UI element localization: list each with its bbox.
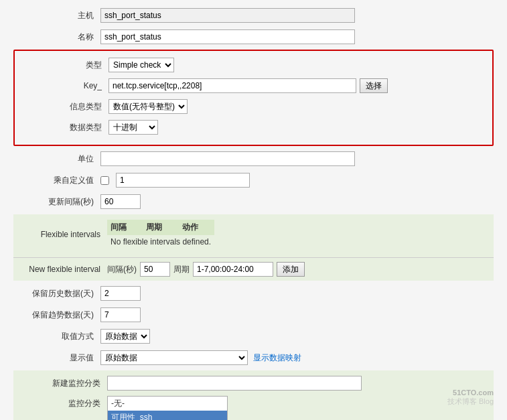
retrieve-row: 取值方式 原始数据 增量 变化率 [13,328,494,345]
highlighted-section: 类型 Simple check Zabbix agent SNMP Key_ 选… [13,50,494,146]
flexible-intervals-label: Flexible intervals [20,230,107,239]
monitor-item-ssh[interactable]: 可用性_ssh [108,411,227,420]
flex-no-data-row: No flexible intervals defined. [107,235,214,249]
display-label: 显示值 [13,352,100,364]
retrieve-label: 取值方式 [13,331,100,342]
key-field: 选择 [108,78,486,93]
retrieve-field: 原始数据 增量 变化率 [100,329,494,344]
monitor-class-label: 监控分类 [20,396,107,409]
monitor-class-row: 监控分类 -无- 可用性_ssh [20,396,487,420]
multiplier-row: 乘自定义值 [13,171,494,189]
data-type-label: 数据类型 [21,122,108,133]
key-select-button[interactable]: 选择 [360,78,388,93]
new-monitor-row: 新建监控分类 [20,374,487,392]
new-flex-controls: 间隔(秒) 周期 添加 [107,262,305,277]
data-type-field: 十进制 八进制 十六进制 [108,120,486,135]
new-flex-interval-input[interactable] [140,262,170,277]
new-flexible-label: New flexible interval [20,265,107,274]
watermark: 51CTO.com 技术博客 Blog [447,389,494,407]
multiplier-field [100,173,494,188]
multiplier-checkbox[interactable] [100,176,109,185]
new-flex-interval-label: 间隔(秒) [107,264,137,275]
info-type-label: 信息类型 [21,101,108,113]
interval-input[interactable] [100,194,141,209]
display-row: 显示值 原始数据 显示数据映射 [13,349,494,366]
host-row: 主机 [13,7,494,24]
unit-label: 单位 [13,153,100,165]
history-input[interactable] [100,286,141,301]
new-flex-period-input[interactable] [193,262,273,277]
flex-col-action: 动作 [179,220,214,235]
flexible-section: Flexible intervals 间隔 周期 动作 No flexible [13,214,494,257]
new-monitor-label: 新建监控分类 [20,378,107,389]
new-monitor-field [107,376,487,391]
host-field [100,8,494,23]
display-field: 原始数据 显示数据映射 [100,350,494,365]
name-row: 名称 [13,28,494,46]
flex-col-interval: 间隔 [107,220,143,235]
monitor-class-field: -无- 可用性_ssh [107,396,487,420]
watermark-line1: 51CTO.com [447,389,494,397]
info-type-select[interactable]: 数值(无符号整型) 字符 浮点数 [108,99,188,114]
unit-input[interactable] [100,151,355,166]
retrieve-select[interactable]: 原始数据 增量 变化率 [100,329,150,344]
info-type-field: 数值(无符号整型) 字符 浮点数 [108,99,486,114]
trend-label: 保留趋势数据(天) [13,309,100,321]
flex-no-data-text: No flexible intervals defined. [107,235,214,249]
display-mapping-link[interactable]: 显示数据映射 [253,352,301,364]
key-label: Key_ [21,81,108,90]
flexible-table-container: 间隔 周期 动作 No flexible intervals defined. [107,220,214,249]
new-flexible-row: New flexible interval 间隔(秒) 周期 添加 [13,257,494,281]
info-type-row: 信息类型 数值(无符号整型) 字符 浮点数 [21,98,486,115]
trend-field [100,307,494,322]
flexible-header: Flexible intervals 间隔 周期 动作 No flexible [20,220,487,249]
multiplier-label: 乘自定义值 [13,175,100,186]
new-monitor-input[interactable] [107,376,362,391]
flex-col-period: 周期 [143,220,178,235]
trend-input[interactable] [100,307,141,322]
data-type-select[interactable]: 十进制 八进制 十六进制 [108,120,158,135]
host-input[interactable] [100,8,355,23]
type-row: 类型 Simple check Zabbix agent SNMP [21,56,486,74]
trend-row: 保留趋势数据(天) [13,306,494,324]
name-input[interactable] [100,29,355,44]
interval-label: 更新间隔(秒) [13,196,100,208]
name-label: 名称 [13,31,100,43]
interval-field [100,194,494,209]
host-label: 主机 [13,10,100,21]
new-flex-period-label: 周期 [173,264,190,275]
watermark-line2: 技术博客 Blog [447,397,494,407]
interval-row: 更新间隔(秒) [13,193,494,210]
type-select[interactable]: Simple check Zabbix agent SNMP [108,58,174,72]
type-label: 类型 [21,60,108,71]
multiplier-input[interactable] [116,173,250,188]
monitor-item-none[interactable]: -无- [108,397,227,411]
history-field [100,286,494,301]
name-field [100,29,494,44]
monitor-listbox[interactable]: -无- 可用性_ssh [107,396,228,420]
key-input[interactable] [108,78,356,93]
unit-row: 单位 [13,150,494,167]
unit-field [100,151,494,166]
data-type-row: 数据类型 十进制 八进制 十六进制 [21,119,486,136]
display-select[interactable]: 原始数据 [100,350,248,365]
monitoring-section: 新建监控分类 监控分类 -无- 可用性_ssh [13,370,494,420]
key-row: Key_ 选择 [21,77,486,94]
flexible-table: 间隔 周期 动作 No flexible intervals defined. [107,220,214,249]
history-label: 保留历史数据(天) [13,288,100,299]
type-field: Simple check Zabbix agent SNMP [108,58,486,72]
history-row: 保留历史数据(天) [13,285,494,302]
new-flex-add-button[interactable]: 添加 [277,262,305,277]
